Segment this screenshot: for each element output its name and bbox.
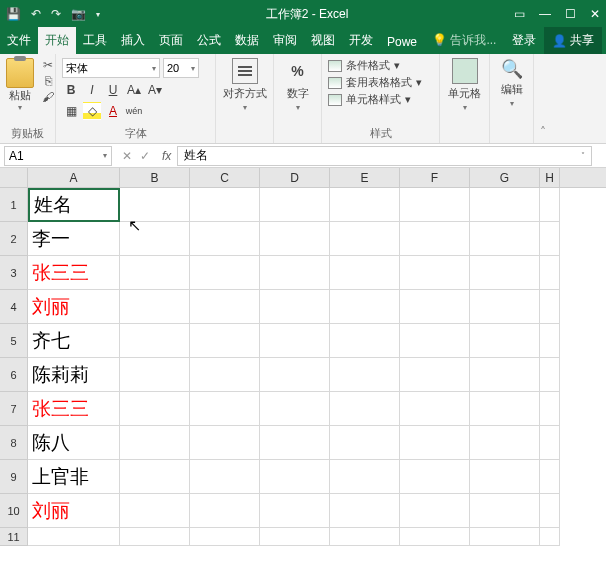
cell[interactable] xyxy=(190,358,260,392)
row-header[interactable]: 7 xyxy=(0,392,28,426)
cell[interactable] xyxy=(120,392,190,426)
cell[interactable] xyxy=(190,426,260,460)
cell[interactable] xyxy=(120,188,190,222)
bold-button[interactable]: B xyxy=(62,81,80,99)
cell[interactable] xyxy=(260,222,330,256)
cell[interactable]: 张三三 xyxy=(28,392,120,426)
share-button[interactable]: 👤共享 xyxy=(544,27,602,54)
fx-icon[interactable]: fx xyxy=(156,149,177,163)
cell[interactable] xyxy=(400,426,470,460)
cell[interactable] xyxy=(260,460,330,494)
row-header[interactable]: 3 xyxy=(0,256,28,290)
cell[interactable] xyxy=(400,290,470,324)
cell[interactable] xyxy=(540,358,560,392)
cell[interactable] xyxy=(190,222,260,256)
cell-styles-button[interactable]: 单元格样式 ▾ xyxy=(328,92,433,107)
cell[interactable] xyxy=(400,392,470,426)
cell[interactable]: 姓名 xyxy=(28,188,120,222)
row-header[interactable]: 6 xyxy=(0,358,28,392)
tab-file[interactable]: 文件 xyxy=(0,27,38,54)
cell[interactable]: 刘丽 xyxy=(28,494,120,528)
cell[interactable]: 张三三 xyxy=(28,256,120,290)
redo-icon[interactable]: ↷ xyxy=(51,7,61,21)
font-color-icon[interactable]: A xyxy=(104,102,122,120)
cancel-entry-icon[interactable]: ✕ xyxy=(122,149,132,163)
maximize-icon[interactable]: ☐ xyxy=(565,7,576,21)
font-name-combo[interactable]: 宋体▾ xyxy=(62,58,160,78)
tab-view[interactable]: 视图 xyxy=(304,27,342,54)
row-header[interactable]: 2 xyxy=(0,222,28,256)
cell[interactable] xyxy=(330,392,400,426)
row-header[interactable]: 5 xyxy=(0,324,28,358)
collapse-ribbon-icon[interactable]: ˄ xyxy=(534,54,552,143)
cell[interactable]: 刘丽 xyxy=(28,290,120,324)
shrink-font-icon[interactable]: A▾ xyxy=(146,81,164,99)
cell[interactable] xyxy=(540,222,560,256)
tab-formula[interactable]: 公式 xyxy=(190,27,228,54)
col-header-D[interactable]: D xyxy=(260,168,330,187)
cell[interactable]: 李一 xyxy=(28,222,120,256)
cell[interactable] xyxy=(540,528,560,546)
phonetic-icon[interactable]: wén xyxy=(125,102,143,120)
tab-tools[interactable]: 工具 xyxy=(76,27,114,54)
row-header[interactable]: 4 xyxy=(0,290,28,324)
login-link[interactable]: 登录 xyxy=(504,27,544,54)
cut-icon[interactable]: ✂ xyxy=(40,58,56,72)
cell[interactable] xyxy=(190,392,260,426)
cell[interactable] xyxy=(400,494,470,528)
cell[interactable] xyxy=(540,188,560,222)
tab-dev[interactable]: 开发 xyxy=(342,27,380,54)
cell[interactable] xyxy=(540,460,560,494)
row-header[interactable]: 1 xyxy=(0,188,28,222)
cell[interactable] xyxy=(260,358,330,392)
cell[interactable] xyxy=(470,426,540,460)
copy-icon[interactable]: ⎘ xyxy=(40,74,56,88)
cell[interactable] xyxy=(400,358,470,392)
save-icon[interactable]: 💾 xyxy=(6,7,21,21)
cell[interactable] xyxy=(540,494,560,528)
cell[interactable] xyxy=(260,494,330,528)
cell[interactable] xyxy=(190,188,260,222)
italic-button[interactable]: I xyxy=(83,81,101,99)
paste-button[interactable]: 粘贴 ▾ xyxy=(6,58,34,112)
ribbon-options-icon[interactable]: ▭ xyxy=(514,7,525,21)
cell[interactable] xyxy=(470,188,540,222)
cell[interactable] xyxy=(330,222,400,256)
cell[interactable] xyxy=(120,426,190,460)
tab-page[interactable]: 页面 xyxy=(152,27,190,54)
cell[interactable] xyxy=(400,324,470,358)
cell[interactable] xyxy=(260,290,330,324)
cell[interactable] xyxy=(540,290,560,324)
cell[interactable] xyxy=(470,528,540,546)
cell[interactable] xyxy=(120,358,190,392)
undo-icon[interactable]: ↶ xyxy=(31,7,41,21)
edit-button[interactable]: 🔍 编辑 ▾ xyxy=(496,58,527,108)
tab-insert[interactable]: 插入 xyxy=(114,27,152,54)
cell[interactable] xyxy=(120,290,190,324)
cell[interactable]: 齐七 xyxy=(28,324,120,358)
cell[interactable] xyxy=(190,324,260,358)
cell[interactable] xyxy=(470,494,540,528)
cell[interactable]: 上官非 xyxy=(28,460,120,494)
cell[interactable] xyxy=(120,460,190,494)
cell[interactable] xyxy=(260,256,330,290)
cell[interactable] xyxy=(260,528,330,546)
cell[interactable] xyxy=(330,460,400,494)
number-format-button[interactable]: % 数字 ▾ xyxy=(280,58,315,112)
format-painter-icon[interactable]: 🖌 xyxy=(40,90,56,104)
cell[interactable] xyxy=(470,460,540,494)
cell[interactable] xyxy=(190,290,260,324)
cell[interactable] xyxy=(330,324,400,358)
camera-icon[interactable]: 📷 xyxy=(71,7,86,21)
cell[interactable] xyxy=(330,528,400,546)
cell[interactable] xyxy=(28,528,120,546)
cell[interactable] xyxy=(470,290,540,324)
cells-button[interactable]: 单元格 ▾ xyxy=(446,58,483,112)
row-header[interactable]: 9 xyxy=(0,460,28,494)
tell-me[interactable]: 💡 告诉我... xyxy=(424,27,504,54)
cell[interactable] xyxy=(330,426,400,460)
cell[interactable] xyxy=(470,222,540,256)
cell[interactable] xyxy=(400,256,470,290)
col-header-A[interactable]: A xyxy=(28,168,120,187)
cell[interactable] xyxy=(470,358,540,392)
